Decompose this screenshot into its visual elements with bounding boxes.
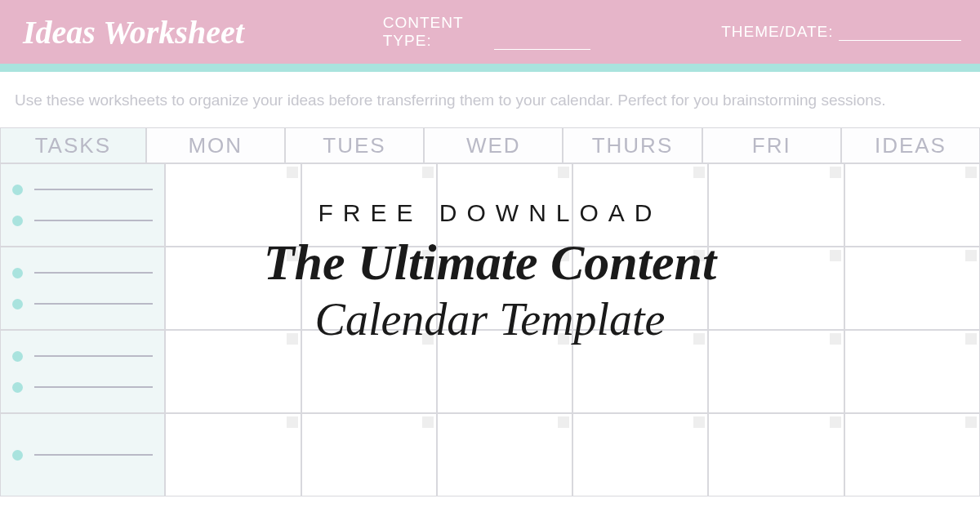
- worksheet-title: Ideas Worksheet: [23, 13, 244, 51]
- day-cell: [165, 330, 301, 413]
- body-row-1: [0, 163, 980, 247]
- corner-marker: [287, 250, 298, 261]
- bullet-icon: [12, 185, 23, 195]
- day-cell: [165, 247, 301, 330]
- corner-marker: [558, 416, 569, 428]
- day-cell: [437, 330, 572, 413]
- header-row: TASKS MON TUES WED THURS FRI IDEAS: [0, 127, 980, 163]
- theme-date-blank: [839, 29, 961, 41]
- bullet-icon: [12, 216, 23, 226]
- col-fri: FRI: [702, 127, 841, 163]
- content-type-blank: [494, 38, 591, 50]
- corner-marker: [287, 333, 298, 345]
- day-cell: [437, 163, 572, 247]
- corner-marker: [422, 250, 434, 261]
- bullet-icon: [12, 268, 23, 278]
- task-line: [12, 185, 153, 195]
- task-line: [12, 351, 153, 362]
- col-ideas: IDEAS: [841, 127, 980, 163]
- day-cell: [844, 413, 980, 496]
- corner-marker: [830, 167, 841, 178]
- corner-marker: [558, 250, 569, 261]
- corner-marker: [558, 167, 569, 178]
- corner-marker: [422, 333, 434, 345]
- corner-marker: [965, 333, 977, 345]
- task-line: [12, 268, 153, 278]
- day-cell: [572, 330, 708, 413]
- day-cell: [572, 163, 708, 247]
- tasks-cell: [0, 163, 165, 247]
- day-cell: [844, 247, 980, 330]
- day-cell: [437, 413, 572, 496]
- day-cell: [708, 330, 844, 413]
- day-cell: [708, 247, 844, 330]
- body-row-3: [0, 330, 980, 413]
- content-type-field: CONTENT TYPE:: [383, 14, 590, 50]
- tasks-cell: [0, 413, 165, 496]
- instructions-text: Use these worksheets to organize your id…: [0, 72, 980, 126]
- bullet-icon: [12, 299, 23, 309]
- bullet-icon: [12, 351, 23, 362]
- day-cell: [437, 247, 572, 330]
- theme-date-label: THEME/DATE:: [721, 23, 833, 41]
- day-cell: [844, 163, 980, 247]
- day-cell: [301, 163, 437, 247]
- col-wed: WED: [424, 127, 563, 163]
- task-blank: [34, 454, 153, 456]
- task-blank: [34, 386, 153, 388]
- task-blank: [34, 189, 153, 190]
- task-blank: [34, 355, 153, 357]
- corner-marker: [422, 167, 434, 178]
- col-tues: TUES: [285, 127, 424, 163]
- corner-marker: [830, 333, 841, 345]
- corner-marker: [693, 333, 705, 345]
- corner-marker: [965, 167, 977, 178]
- corner-marker: [287, 416, 298, 428]
- corner-marker: [422, 416, 434, 428]
- corner-marker: [830, 250, 841, 261]
- content-type-label: CONTENT TYPE:: [383, 14, 489, 50]
- corner-marker: [693, 250, 705, 261]
- calendar-grid: TASKS MON TUES WED THURS FRI IDEAS: [0, 127, 980, 496]
- day-cell: [301, 330, 437, 413]
- body-row-4: [0, 413, 980, 496]
- task-blank: [34, 272, 153, 274]
- day-cell: [708, 413, 844, 496]
- day-cell: [301, 413, 437, 496]
- worksheet-header: Ideas Worksheet CONTENT TYPE: THEME/DATE…: [0, 0, 980, 64]
- tasks-cell: [0, 330, 165, 413]
- corner-marker: [965, 416, 977, 428]
- col-thurs: THURS: [563, 127, 702, 163]
- corner-marker: [287, 167, 298, 178]
- day-cell: [844, 330, 980, 413]
- day-cell: [708, 163, 844, 247]
- tasks-cell: [0, 247, 165, 330]
- day-cell: [572, 247, 708, 330]
- corner-marker: [830, 416, 841, 428]
- day-cell: [572, 413, 708, 496]
- day-cell: [165, 163, 301, 247]
- corner-marker: [558, 333, 569, 345]
- theme-date-field: THEME/DATE:: [721, 23, 960, 41]
- day-cell: [165, 413, 301, 496]
- task-line: [12, 382, 153, 393]
- task-blank: [34, 220, 153, 221]
- task-line: [12, 216, 153, 226]
- col-tasks: TASKS: [0, 127, 146, 163]
- corner-marker: [693, 416, 705, 428]
- task-line: [12, 299, 153, 309]
- task-line: [12, 450, 153, 461]
- day-cell: [301, 247, 437, 330]
- accent-bar: [0, 64, 980, 72]
- corner-marker: [965, 250, 977, 261]
- body-row-2: [0, 247, 980, 330]
- task-blank: [34, 303, 153, 305]
- bullet-icon: [12, 450, 23, 461]
- corner-marker: [693, 167, 705, 178]
- col-mon: MON: [146, 127, 285, 163]
- bullet-icon: [12, 382, 23, 393]
